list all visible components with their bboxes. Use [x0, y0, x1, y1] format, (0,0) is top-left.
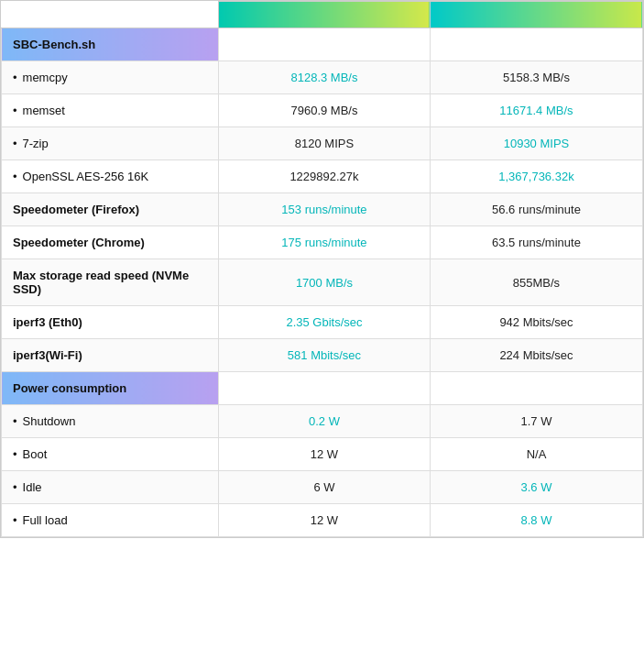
table-row: iperf3(Wi-Fi)581 Mbits/sec224 Mbits/sec [2, 339, 643, 372]
value-cell: 855MB/s [430, 259, 642, 306]
value-cell: 175 runs/minute [218, 226, 430, 259]
value-cell: 1,367,736.32k [430, 160, 642, 193]
label-cell: Speedometer (Chrome) [2, 226, 219, 259]
value-cell: 224 Mbits/sec [430, 339, 642, 372]
value-cell: 11671.4 MB/s [430, 94, 642, 127]
table-row: Speedometer (Chrome)175 runs/minute63.5 … [2, 226, 643, 259]
table-row: •Shutdown0.2 W1.7 W [2, 405, 643, 438]
bullet-icon: • [13, 513, 17, 527]
section-header-sbc: SBC-Bench.sh [2, 28, 643, 61]
bullet-icon: • [13, 137, 17, 150]
value-cell: 0.2 W [218, 405, 430, 438]
section-label: SBC-Bench.sh [2, 28, 219, 61]
table-row: •Boot12 WN/A [2, 438, 643, 471]
value-cell: 1700 MB/s [218, 259, 430, 306]
value-cell: 6 W [218, 471, 430, 504]
section-label: Power consumption [2, 372, 219, 405]
value-cell: 56.6 runs/minute [430, 193, 642, 226]
bullet-icon: • [13, 414, 17, 428]
value-cell: 8.8 W [430, 504, 642, 537]
value-cell: 63.5 runs/minute [430, 226, 642, 259]
section-empty [430, 372, 642, 405]
section-header-power: Power consumption [2, 372, 643, 405]
label-cell: •Shutdown [2, 405, 219, 438]
bullet-icon: • [13, 71, 17, 84]
value-cell: 3.6 W [430, 471, 642, 504]
label-cell: iperf3 (Eth0) [2, 306, 219, 339]
value-cell: 10930 MIPS [430, 127, 642, 160]
value-cell: 12 W [218, 504, 430, 537]
table-row: •memset7960.9 MB/s11671.4 MB/s [2, 94, 643, 127]
value-cell: 5158.3 MB/s [430, 61, 642, 94]
comparison-table: SBC-Bench.sh•memcpy8128.3 MB/s5158.3 MB/… [0, 0, 644, 538]
value-cell: 942 Mbits/sec [430, 306, 642, 339]
value-cell: 153 runs/minute [218, 193, 430, 226]
section-empty [218, 372, 430, 405]
label-cell: Speedometer (Firefox) [2, 193, 219, 226]
label-cell: •OpenSSL AES-256 16K [2, 160, 219, 193]
bullet-icon: • [13, 480, 17, 494]
label-cell: •Full load [2, 504, 219, 537]
label-cell: •Idle [2, 471, 219, 504]
bullet-icon: • [13, 104, 17, 117]
header-empty [2, 2, 219, 28]
label-cell: •Boot [2, 438, 219, 471]
value-cell: 8128.3 MB/s [218, 61, 430, 94]
value-cell: 12 W [218, 438, 430, 471]
bullet-icon: • [13, 170, 17, 183]
bullet-icon: • [13, 447, 17, 461]
header-rpi [430, 2, 642, 28]
table-row: •OpenSSL AES-256 16K1229892.27k1,367,736… [2, 160, 643, 193]
table-row: •memcpy8128.3 MB/s5158.3 MB/s [2, 61, 643, 94]
section-empty [218, 28, 430, 61]
value-cell: 2.35 Gbits/sec [218, 306, 430, 339]
value-cell: 1229892.27k [218, 160, 430, 193]
label-cell: •memset [2, 94, 219, 127]
header-radxa [218, 2, 430, 28]
table-row: iperf3 (Eth0)2.35 Gbits/sec942 Mbits/sec [2, 306, 643, 339]
value-cell: N/A [430, 438, 642, 471]
table-row: •7-zip8120 MIPS10930 MIPS [2, 127, 643, 160]
label-cell: Max storage read speed (NVMe SSD) [2, 259, 219, 306]
table-row: Max storage read speed (NVMe SSD)1700 MB… [2, 259, 643, 306]
table-row: Speedometer (Firefox)153 runs/minute56.6… [2, 193, 643, 226]
section-empty [430, 28, 642, 61]
table-row: •Full load12 W8.8 W [2, 504, 643, 537]
label-cell: iperf3(Wi-Fi) [2, 339, 219, 372]
label-cell: •7-zip [2, 127, 219, 160]
value-cell: 581 Mbits/sec [218, 339, 430, 372]
value-cell: 8120 MIPS [218, 127, 430, 160]
value-cell: 7960.9 MB/s [218, 94, 430, 127]
table-row: •Idle6 W3.6 W [2, 471, 643, 504]
value-cell: 1.7 W [430, 405, 642, 438]
label-cell: •memcpy [2, 61, 219, 94]
